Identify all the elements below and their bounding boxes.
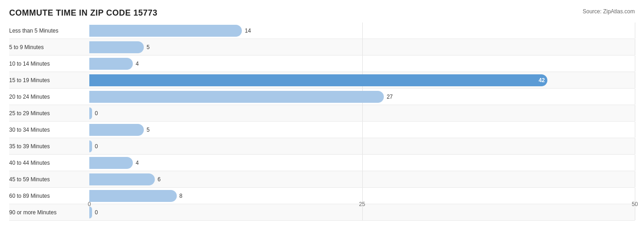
bar-track: 14 [89, 22, 635, 39]
bar-fill: 42 [89, 74, 547, 86]
bar-fill [89, 140, 92, 152]
bar-value: 5 [147, 44, 150, 50]
bar-value: 4 [136, 61, 139, 67]
bar-track: 27 [89, 89, 635, 105]
bar-label: 25 to 29 Minutes [9, 110, 89, 117]
bar-track: 4 [89, 155, 635, 171]
bars-wrapper: Less than 5 Minutes145 to 9 Minutes510 t… [9, 22, 635, 199]
bar-value: 0 [95, 110, 98, 117]
bar-row: 35 to 39 Minutes0 [9, 138, 635, 155]
bar-fill [89, 190, 177, 202]
bar-fill [89, 91, 384, 103]
bar-value: 4 [136, 160, 139, 166]
bar-row: 60 to 89 Minutes8 [9, 188, 635, 204]
bar-row: 45 to 59 Minutes6 [9, 171, 635, 188]
bar-value: 14 [245, 28, 251, 34]
bar-row: 90 or more Minutes0 [9, 204, 635, 221]
x-tick: 0 [88, 201, 91, 207]
chart-area: Less than 5 Minutes145 to 9 Minutes510 t… [9, 22, 635, 213]
bar-fill [89, 25, 242, 37]
bar-value: 6 [158, 176, 161, 183]
bar-track: 42 [89, 72, 635, 88]
chart-header: COMMUTE TIME IN ZIP CODE 15773 Source: Z… [9, 8, 635, 18]
bar-track: 0 [89, 138, 635, 154]
bar-value: 8 [180, 193, 183, 199]
chart-source: Source: ZipAtlas.com [583, 8, 635, 15]
bar-label: 40 to 44 Minutes [9, 160, 89, 166]
x-tick: 50 [632, 201, 638, 207]
bar-fill [89, 107, 92, 119]
bar-row: 20 to 24 Minutes27 [9, 89, 635, 105]
bar-label: 90 or more Minutes [9, 209, 89, 216]
bar-label: 5 to 9 Minutes [9, 44, 89, 50]
bar-label: 15 to 19 Minutes [9, 77, 89, 84]
bar-track: 0 [89, 105, 635, 121]
bar-row: 15 to 19 Minutes42 [9, 72, 635, 89]
bar-label: 60 to 89 Minutes [9, 193, 89, 199]
bar-track: 6 [89, 171, 635, 187]
bar-row: Less than 5 Minutes14 [9, 22, 635, 39]
bar-label: 20 to 24 Minutes [9, 94, 89, 100]
bar-row: 30 to 34 Minutes5 [9, 122, 635, 138]
bar-label: 30 to 34 Minutes [9, 127, 89, 133]
chart-title: COMMUTE TIME IN ZIP CODE 15773 [9, 8, 158, 18]
bar-value-inside: 42 [539, 77, 545, 84]
bar-value: 0 [95, 209, 98, 216]
bar-label: 35 to 39 Minutes [9, 143, 89, 150]
bar-row: 40 to 44 Minutes4 [9, 155, 635, 171]
bar-label: 45 to 59 Minutes [9, 176, 89, 183]
bar-fill [89, 41, 144, 53]
bar-fill [89, 58, 133, 70]
bar-label: Less than 5 Minutes [9, 28, 89, 34]
bar-label: 10 to 14 Minutes [9, 61, 89, 67]
chart-container: COMMUTE TIME IN ZIP CODE 15773 Source: Z… [0, 0, 644, 240]
bar-value: 5 [147, 127, 150, 133]
bar-value: 27 [387, 94, 393, 100]
bar-fill [89, 124, 144, 136]
bar-fill [89, 173, 155, 185]
bar-fill [89, 207, 92, 218]
x-tick: 25 [359, 201, 365, 207]
bar-fill [89, 157, 133, 169]
bar-value: 0 [95, 143, 98, 150]
bar-row: 25 to 29 Minutes0 [9, 105, 635, 122]
bar-track: 4 [89, 56, 635, 72]
bar-row: 10 to 14 Minutes4 [9, 56, 635, 72]
bar-row: 5 to 9 Minutes5 [9, 39, 635, 56]
bar-track: 5 [89, 39, 635, 55]
bar-track: 5 [89, 122, 635, 138]
